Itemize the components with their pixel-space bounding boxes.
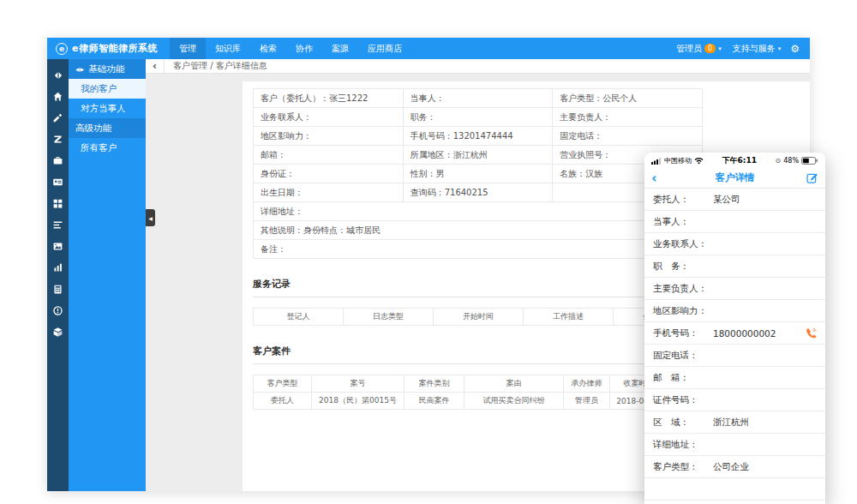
- box-icon[interactable]: [47, 321, 69, 343]
- detail-cell: 职务：: [403, 108, 553, 127]
- image-icon[interactable]: [47, 236, 69, 257]
- detail-row: 客户（委托人）：张三1222 当事人： 客户类型：公民个人: [254, 89, 703, 108]
- sidebar: ◀▶ 基础功能 我的客户 对方当事人 高级功能 所有客户: [69, 59, 146, 491]
- field-label: 客户类型：: [653, 461, 713, 473]
- field-label: 委托人：: [653, 194, 713, 206]
- section-title: 服务记录: [253, 278, 703, 297]
- sidebar-group-basic[interactable]: ◀▶ 基础功能: [69, 59, 146, 79]
- home-icon[interactable]: [47, 86, 69, 107]
- table-header-row: 登记人 日志类型 开始时间 工作描述 公开状态: [254, 309, 704, 326]
- panel-collapse-handle[interactable]: ◀: [146, 209, 155, 226]
- app-logo-icon: e: [56, 43, 68, 55]
- table-row[interactable]: 委托人 2018（民）第0015号 民商案件 试用买卖合同纠纷 管理员 2018…: [254, 393, 704, 410]
- admin-menu[interactable]: 管理员 0 ▾: [673, 43, 725, 55]
- section-title: 客户案件: [253, 345, 703, 364]
- page: e e律师智能律所系统 管理 知识库 检索 协作 案源 应用商店 管理员 0 ▾…: [0, 0, 857, 504]
- detail-cell: 备注：: [254, 240, 703, 259]
- tools-icon[interactable]: [47, 107, 69, 129]
- sidebar-item-label: 基础功能: [88, 59, 124, 79]
- wifi-icon: [694, 157, 704, 165]
- sidebar-item-label: 我的客户: [81, 79, 117, 99]
- phone-field-row-mobile: 手机号码： 18000000002: [644, 322, 825, 345]
- icon-rail: [47, 59, 69, 491]
- field-value: 18000000002: [713, 328, 806, 339]
- topnav-item-knowledge[interactable]: 知识库: [206, 38, 250, 59]
- column-header: 案号: [312, 375, 405, 393]
- topbar: e e律师智能律所系统 管理 知识库 检索 协作 案源 应用商店 管理员 0 ▾…: [47, 38, 810, 59]
- detail-cell: 手机号码：13201474444: [403, 127, 553, 146]
- gear-icon[interactable]: ⚙: [788, 43, 801, 55]
- field-label: 当事人：: [653, 216, 713, 228]
- detail-cell: 出生日期：: [254, 183, 404, 202]
- field-label: 职 务：: [653, 261, 713, 273]
- detail-cell: 客户（委托人）：张三1222: [254, 89, 404, 108]
- detail-cell: 身份证：: [254, 165, 404, 183]
- detail-cell: 地区影响力：: [254, 127, 404, 146]
- topnav-item-manage[interactable]: 管理: [170, 38, 206, 59]
- app-logo[interactable]: e e律师智能律所系统: [47, 42, 170, 55]
- phone-field-row: 业务联系人：: [644, 233, 825, 255]
- phone-field-row: 地区影响力：: [644, 300, 825, 322]
- phone-status-bar: 中国移动 下午6:11 ⊙ 48%: [644, 153, 825, 168]
- detail-cell: 详细地址：: [254, 202, 703, 221]
- phone-field-row: 职 务：: [644, 255, 825, 278]
- support-menu[interactable]: 支持与服务 ▾: [729, 43, 785, 55]
- carrier-label: 中国移动: [664, 156, 692, 165]
- sidebar-item-all-customers[interactable]: 所有客户: [69, 138, 146, 158]
- column-header: 承办律师: [564, 375, 610, 393]
- collapse-arrows-icon: ◀▶: [75, 59, 85, 79]
- phone-page-title: 客户详情: [644, 171, 825, 184]
- phone-field-row: 详细地址：: [644, 434, 825, 456]
- detail-cell: 性别：男: [403, 165, 553, 183]
- column-header: 开始时间: [434, 309, 524, 326]
- help-icon[interactable]: [47, 300, 69, 321]
- signal-icon: [651, 157, 662, 165]
- admin-badge: 0: [704, 44, 716, 53]
- phone-field-row: 邮 箱：: [644, 367, 825, 389]
- top-nav: 管理 知识库 检索 协作 案源 应用商店: [170, 38, 411, 59]
- topnav-item-appstore[interactable]: 应用商店: [358, 38, 411, 59]
- detail-cell: 其他说明：身份特点：城市居民: [254, 221, 703, 240]
- detail-row: 详细地址：: [254, 202, 703, 221]
- id-card-icon[interactable]: [47, 171, 69, 193]
- sidebar-item-my-customers[interactable]: 我的客户: [69, 79, 146, 99]
- detail-cell: 客户类型：公民个人: [553, 89, 703, 108]
- collapse-icon[interactable]: [47, 64, 69, 86]
- grid-icon[interactable]: [47, 193, 69, 214]
- detail-cell: 主要负责人：: [553, 108, 703, 127]
- case-cell: 委托人: [254, 393, 312, 410]
- field-label: 邮 箱：: [653, 372, 713, 384]
- case-cell: 民商案件: [405, 393, 464, 410]
- detail-row: 业务联系人： 职务： 主要负责人：: [254, 108, 703, 127]
- calculator-icon[interactable]: [47, 279, 69, 300]
- customer-detail-table: 客户（委托人）：张三1222 当事人： 客户类型：公民个人 业务联系人： 职务：…: [253, 88, 703, 259]
- orientation-lock-icon: ⊙: [776, 157, 782, 165]
- stats-icon[interactable]: [47, 214, 69, 236]
- back-chevron-icon[interactable]: ‹: [651, 170, 667, 187]
- briefcase-icon[interactable]: [47, 150, 69, 171]
- service-records-table: 登记人 日志类型 开始时间 工作描述 公开状态: [253, 308, 704, 326]
- detail-cell: 固定电话：: [553, 127, 703, 146]
- detail-row: 出生日期： 查询码：71640215: [254, 183, 703, 202]
- phone-nav-bar: ‹ 客户详情: [644, 168, 825, 189]
- call-icon[interactable]: [806, 327, 817, 339]
- sidebar-group-advanced[interactable]: 高级功能: [69, 118, 146, 138]
- topnav-item-search[interactable]: 检索: [250, 38, 286, 59]
- support-label: 支持与服务: [733, 43, 776, 55]
- topnav-item-cases[interactable]: 案源: [322, 38, 358, 59]
- service-records-section: 服务记录 登记人 日志类型 开始时间 工作描述 公开状态: [253, 278, 703, 326]
- phone-field-row-partial: [644, 478, 825, 501]
- phone-field-row: 当事人：: [644, 211, 825, 233]
- edit-icon[interactable]: [806, 172, 818, 184]
- detail-cell: 查询码：71640215: [403, 183, 553, 202]
- sidebar-item-opposing-party[interactable]: 对方当事人: [69, 99, 146, 118]
- sort-icon[interactable]: [47, 129, 69, 150]
- column-header: 客户类型: [254, 375, 312, 393]
- field-label: 手机号码：: [653, 327, 713, 339]
- topnav-item-collaborate[interactable]: 协作: [286, 38, 322, 59]
- back-button[interactable]: ‹: [146, 59, 165, 73]
- chart-icon[interactable]: [47, 257, 69, 279]
- case-cell: 试用买卖合同纠纷: [464, 393, 564, 410]
- battery-percent: 48%: [783, 157, 799, 165]
- field-label: 业务联系人：: [653, 238, 713, 250]
